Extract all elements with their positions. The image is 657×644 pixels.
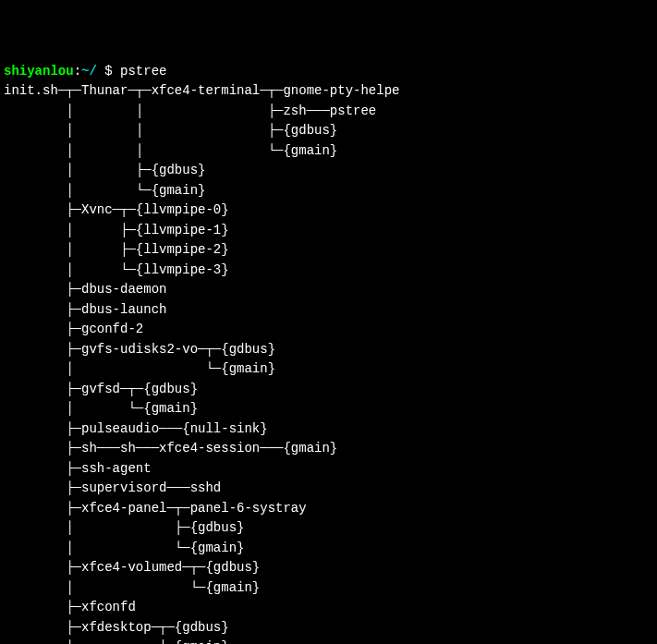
- prompt-symbol: $: [97, 64, 120, 79]
- prompt-user: shiyanlou: [4, 64, 74, 79]
- prompt-path: ~/: [81, 64, 97, 79]
- command-text: pstree: [120, 64, 166, 79]
- terminal[interactable]: shiyanlou:~/ $ pstree init.sh─┬─Thunar─┬…: [4, 62, 657, 645]
- pstree-output: init.sh─┬─Thunar─┬─xfce4-terminal─┬─gnom…: [4, 81, 657, 644]
- prompt-separator: :: [74, 64, 81, 79]
